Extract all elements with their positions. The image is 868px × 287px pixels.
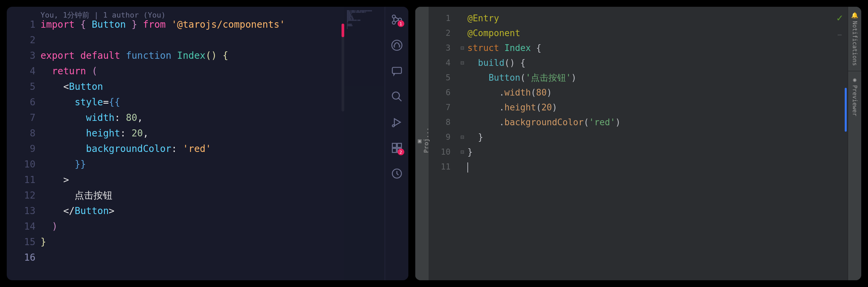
code-line[interactable]: backgroundColor: 'red' [40,141,344,157]
notifications-tab[interactable]: 🔔 Notifications [848,7,861,71]
line-number: 10 [7,157,35,172]
code-line[interactable]: height: 20, [40,126,344,141]
chat-icon[interactable] [391,65,403,77]
svg-rect-8 [397,144,401,148]
svg-point-5 [392,92,399,99]
right-editor-pane: ▣ Proj... 1 2 3 4 5 6 7 8 9 10 11 ⊟ ⊟ ⊟ … [415,7,861,280]
code-line[interactable]: @Component [467,26,848,41]
extensions-icon[interactable]: 2 [391,142,403,154]
notifications-label: Notifications [851,21,858,66]
text-cursor [467,162,468,173]
code-content[interactable]: @Entry @Component struct Index { build()… [467,11,848,280]
minimap[interactable]: ████ █ ██████ █ ████ ███████████████████… [344,7,385,280]
code-line[interactable]: }} [40,157,344,172]
code-line[interactable]: @Entry [467,11,848,26]
fold-end-icon[interactable]: ⊟ [457,145,467,159]
line-number: 16 [7,250,35,265]
bell-icon: 🔔 [851,12,858,19]
timeline-icon[interactable] [391,167,403,180]
code-line[interactable]: </Button> [40,203,344,219]
scrollbar[interactable] [342,24,344,111]
line-number: 12 [7,188,35,203]
svg-point-3 [392,40,402,50]
line-number: 1 [7,17,35,32]
check-icon: ✓ [837,12,843,24]
code-line[interactable]: <Button [40,79,344,95]
code-line[interactable]: struct Index { [467,41,848,55]
code-line[interactable]: .width(80) [467,85,848,100]
line-number: 6 [429,85,451,100]
line-number: 8 [7,126,35,141]
line-number: 7 [429,100,451,115]
scrollbar-thumb[interactable] [342,24,344,37]
line-number: 9 [429,130,451,145]
svg-rect-9 [392,149,396,153]
fold-toggle-icon[interactable]: ⊟ [457,41,467,55]
fold-blank [457,85,467,100]
code-line[interactable]: export default function Index() { [40,48,344,63]
line-number: 1 [429,11,451,26]
code-line[interactable]: width: 80, [40,110,344,126]
svg-point-6 [392,125,394,127]
right-tool-window-bar: 🔔 Notifications ◉ Previewer [848,7,861,280]
run-debug-icon[interactable] [391,116,403,128]
code-line[interactable]: style={{ [40,95,344,110]
search-icon[interactable] [391,90,403,103]
line-number: 14 [7,219,35,234]
svg-point-1 [392,21,395,24]
line-number: 7 [7,110,35,126]
line-number: 11 [7,172,35,188]
badge: 1 [398,20,404,27]
code-line[interactable]: .height(20) [467,100,848,115]
svg-rect-7 [392,144,396,148]
code-line[interactable]: } [467,145,848,159]
code-line[interactable] [40,32,344,48]
source-control-icon[interactable]: 1 [391,14,403,26]
line-number: 2 [7,32,35,48]
line-number: 3 [429,41,451,55]
code-area[interactable]: 1 2 3 4 5 6 7 8 9 10 11 12 13 14 15 16 Y… [7,7,344,280]
code-line[interactable]: build() { [467,55,848,70]
code-line[interactable]: Button('点击按钮') [467,70,848,85]
code-line[interactable]: 点击按钮 [40,188,344,203]
inspection-widget[interactable]: ✓ — [837,12,843,38]
fold-blank [457,115,467,130]
svg-rect-4 [392,68,401,74]
line-number: 5 [429,70,451,85]
code-line[interactable] [467,159,848,174]
previewer-tab[interactable]: ◉ Previewer [848,71,861,121]
code-line[interactable]: } [467,130,848,145]
fold-blank [457,70,467,85]
github-icon[interactable] [391,39,403,51]
code-line[interactable]: } [40,234,344,250]
line-number: 10 [429,145,451,159]
fold-gutter: ⊟ ⊟ ⊟ ⊟ [457,11,467,280]
code-line[interactable]: ) [40,219,344,234]
fold-blank [457,159,467,174]
left-editor-pane: 1 2 3 4 5 6 7 8 9 10 11 12 13 14 15 16 Y… [7,7,408,280]
previewer-label: Previewer [851,85,858,116]
scrollbar-marker[interactable] [845,88,847,132]
code-line[interactable]: .backgroundColor('red') [467,115,848,130]
dash-icon: — [838,30,842,38]
line-number: 8 [429,115,451,130]
code-area[interactable]: 1 2 3 4 5 6 7 8 9 10 11 ⊟ ⊟ ⊟ ⊟ @Entry [429,7,848,280]
activity-bar: 1 2 [385,7,408,280]
code-line[interactable] [40,250,344,265]
fold-blank [457,26,467,41]
fold-toggle-icon[interactable]: ⊟ [457,55,467,70]
line-number: 15 [7,234,35,250]
code-content[interactable]: You, 1分钟前 | 1 author (You) import { Butt… [40,17,344,280]
fold-blank [457,100,467,115]
code-line[interactable]: > [40,172,344,188]
fold-end-icon[interactable]: ⊟ [457,130,467,145]
line-number: 3 [7,48,35,63]
project-tool-window-tab[interactable]: ▣ Proj... [415,7,429,280]
codelens-annotation[interactable]: You, 1分钟前 | 1 author (You) [40,7,166,23]
folder-icon: ▣ [415,138,423,145]
code-line[interactable]: return ( [40,63,344,79]
line-number: 9 [7,141,35,157]
fold-blank [457,11,467,26]
line-number: 2 [429,26,451,41]
line-number: 4 [429,55,451,70]
